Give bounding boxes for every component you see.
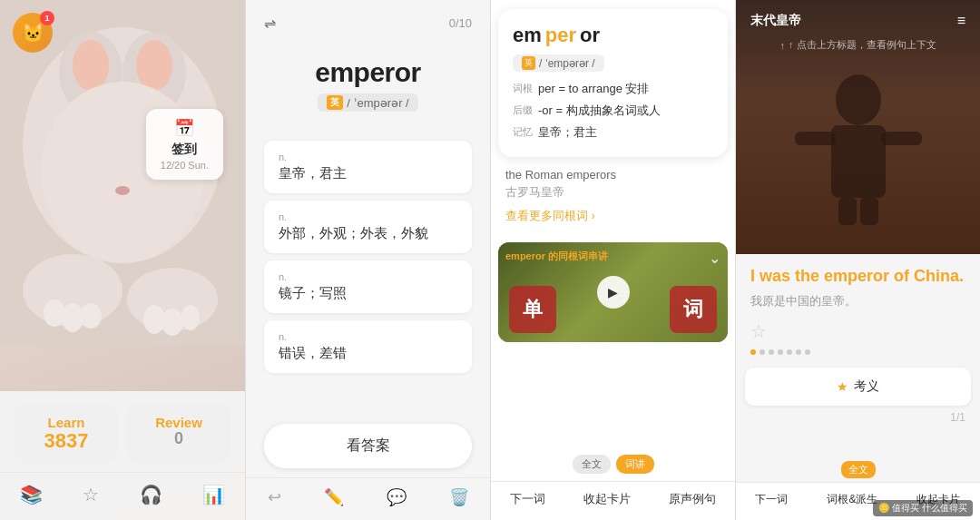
def-text-1: 皇帝，君主 — [279, 165, 457, 182]
quanwen-tag[interactable]: 全文 — [841, 461, 876, 478]
definition-1: n. 皇帝，君主 — [264, 141, 472, 193]
review-label: Review — [134, 415, 223, 430]
dict-word-line: emperor — [513, 24, 713, 47]
tab-cijian[interactable]: 词讲 — [616, 455, 654, 474]
pos-2: n. — [279, 211, 457, 222]
review-count: 0 — [134, 430, 223, 448]
flashcard-bottom-nav: ↩ ✏️ 💬 🗑️ — [246, 477, 490, 520]
movie-title: 末代皇帝 — [750, 13, 801, 29]
nav-stats-icon[interactable]: 📊 — [191, 480, 236, 509]
detail-value-2: -or = 构成抽象名词或人 — [538, 103, 713, 119]
checkin-date: 12/20 Sun. — [161, 160, 209, 171]
hint-arrow: ↑ — [779, 40, 785, 51]
collapse-card-btn[interactable]: 收起卡片 — [576, 489, 638, 509]
video-card[interactable]: emperor 的同根词串讲 单 ▶ 词 ⌄ — [498, 242, 728, 342]
svg-point-15 — [181, 305, 200, 330]
hint-text: ↑ 点击上方标题，查看例句上下文 — [789, 38, 936, 52]
svg-point-12 — [80, 303, 102, 329]
pos-1: n. — [279, 152, 457, 162]
edit-icon[interactable]: ✏️ — [324, 487, 344, 507]
watermark-text: 值得买 什么值得买 — [892, 503, 967, 513]
filter-icon[interactable]: ⇌ — [264, 15, 276, 32]
checkin-label: 签到 — [161, 142, 209, 158]
next-word-btn[interactable]: 下一词 — [503, 489, 553, 509]
svg-point-5 — [136, 40, 172, 91]
action-buttons: Learn 3837 Review 0 — [0, 391, 245, 472]
sentence-after: of China. — [889, 267, 964, 285]
panel4-title-bar: 末代皇帝 ≡ — [736, 0, 980, 42]
sentence-english: I was the emperor of China. — [750, 265, 965, 288]
dot-5 — [787, 349, 792, 355]
detail-label-2: 后缀 — [513, 103, 538, 117]
video-label: emperor 的同根词串讲 — [505, 250, 608, 263]
nav-learn-icon[interactable]: 📚 — [9, 480, 54, 509]
nav-star-icon[interactable]: ☆ — [72, 480, 110, 509]
detail-value-3: 皇帝；君主 — [538, 124, 713, 141]
dict-detail-1: 词根 per = to arrange 安排 — [513, 81, 713, 97]
tab-quanwen[interactable]: 全文 — [573, 455, 611, 474]
definitions-list: n. 皇帝，君主 n. 外部，外观；外表，外貌 n. 镜子；写照 n. 错误，差… — [264, 141, 472, 380]
checkin-card[interactable]: 📅 签到 12/20 Sun. — [146, 109, 223, 180]
more-words-link[interactable]: 查看更多同根词 › — [505, 208, 720, 224]
dict-example-en: the Roman emperors — [505, 168, 720, 182]
watermark-icon: 🪙 — [878, 503, 889, 513]
dictionary-panel: emperor 英 / ˈempərər / 词根 per = to arran… — [490, 0, 735, 520]
learn-button[interactable]: Learn 3837 — [15, 404, 118, 463]
svg-point-4 — [73, 40, 109, 91]
star-icon[interactable]: ☆ — [750, 320, 965, 342]
home-bottom-section: Learn 3837 Review 0 📚 ☆ 🎧 📊 — [0, 391, 245, 520]
home-panel: 🐱 1 📅 签到 12/20 Sun. Learn 3837 Review 0 … — [0, 0, 245, 520]
notification-badge: 1 — [40, 11, 54, 25]
sentence-area: I was the emperor of China. 我原是中国的皇帝。 ☆ — [736, 254, 980, 368]
svg-point-14 — [162, 309, 183, 336]
dict-example-section: the Roman emperors 古罗马皇帝 查看更多同根词 › — [491, 157, 735, 235]
delete-icon[interactable]: 🗑️ — [449, 487, 469, 507]
dot-1 — [750, 349, 756, 355]
video-play-button[interactable]: ▶ — [597, 276, 630, 309]
def-text-4: 错误，差错 — [279, 345, 457, 362]
panel3-bottom-nav: 下一词 收起卡片 原声例句 — [491, 481, 735, 520]
sentence-before: I was the — [750, 267, 824, 285]
avatar-emoji: 🐱 — [22, 22, 44, 44]
phonetic-row: 英 / ˈempərər / — [318, 93, 417, 115]
video-bg: emperor 的同根词串讲 单 ▶ 词 ⌄ — [498, 242, 728, 342]
nav-audio-icon[interactable]: 🎧 — [129, 480, 173, 509]
review-button[interactable]: Review 0 — [127, 404, 230, 463]
dot-2 — [760, 349, 765, 355]
dot-6 — [796, 349, 801, 355]
kaoyi-card: ★ 考义 — [745, 368, 971, 406]
svg-point-7 — [115, 186, 130, 195]
def-text-2: 外部，外观；外表，外貌 — [279, 225, 457, 242]
p4-next-word-btn[interactable]: 下一词 — [750, 490, 793, 509]
sentence-keyword: emperor — [824, 267, 889, 285]
dict-detail-2: 后缀 -or = 构成抽象名词或人 — [513, 103, 713, 119]
comment-icon[interactable]: 💬 — [387, 487, 407, 507]
definition-4: n. 错误，差错 — [264, 320, 472, 373]
sentence-bg-image: 末代皇帝 ≡ ↑ ↑ 点击上方标题，查看例句上下文 — [736, 0, 980, 254]
native-sentence-btn[interactable]: 原声例句 — [662, 489, 723, 509]
dict-phonetic: 英 / ˈempərər / — [513, 54, 604, 72]
expand-icon[interactable]: ⌄ — [709, 250, 720, 267]
svg-rect-21 — [860, 198, 878, 225]
kaoyi-label: 考义 — [854, 378, 879, 395]
progress-indicator: 0/10 — [449, 16, 472, 30]
detail-value-1: per = to arrange 安排 — [538, 81, 713, 97]
phonetic-flag: 英 — [327, 95, 343, 110]
svg-rect-17 — [831, 125, 886, 198]
context-hint: ↑ ↑ 点击上方标题，查看例句上下文 — [736, 38, 980, 52]
tag-row: 全文 — [736, 457, 980, 482]
word-suffix: or — [580, 24, 600, 47]
svg-rect-18 — [795, 132, 836, 145]
learn-label: Learn — [22, 415, 111, 430]
avatar[interactable]: 🐱 1 — [13, 13, 53, 53]
page-indicator: 1/1 — [736, 406, 980, 427]
bottom-nav: 📚 ☆ 🎧 📊 — [0, 472, 245, 520]
detail-label-1: 词根 — [513, 81, 538, 95]
watermark: 🪙 值得买 什么值得买 — [873, 500, 973, 516]
back-icon[interactable]: ↩ — [268, 487, 281, 507]
pos-3: n. — [279, 271, 457, 282]
sentence-panel: 末代皇帝 ≡ ↑ ↑ 点击上方标题，查看例句上下文 I was the empe… — [735, 0, 980, 520]
flashcard-word: emperor — [315, 57, 421, 88]
answer-button[interactable]: 看答案 — [264, 424, 472, 468]
menu-icon[interactable]: ≡ — [957, 13, 965, 29]
